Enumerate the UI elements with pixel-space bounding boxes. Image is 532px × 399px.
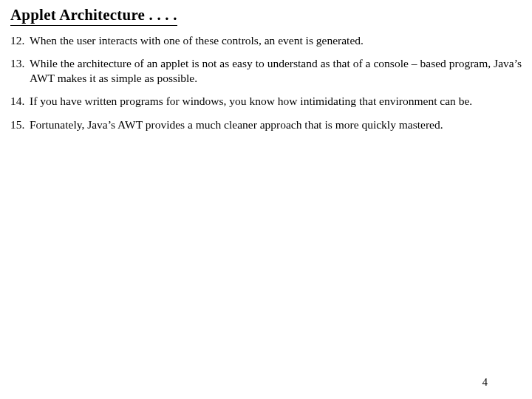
item-text: While the architecture of an applet is n…: [30, 56, 522, 85]
list-item: 15. Fortunately, Java’s AWT provides a m…: [10, 117, 522, 132]
item-number: 14.: [10, 94, 30, 108]
item-text: When the user interacts with one of thes…: [30, 33, 522, 47]
item-text: If you have written programs for windows…: [30, 94, 522, 108]
item-text: Fortunately, Java’s AWT provides a much …: [30, 117, 522, 132]
item-number: 13.: [10, 56, 30, 85]
page-number: 4: [482, 376, 488, 389]
item-number: 12.: [10, 33, 30, 47]
list-item: 12. When the user interacts with one of …: [10, 33, 522, 47]
item-number: 15.: [10, 117, 30, 132]
list-item: 13. While the architecture of an applet …: [10, 56, 522, 85]
numbered-list: 12. When the user interacts with one of …: [10, 33, 522, 132]
page-title: Applet Architecture . . . .: [10, 6, 177, 26]
list-item: 14. If you have written programs for win…: [10, 94, 522, 108]
